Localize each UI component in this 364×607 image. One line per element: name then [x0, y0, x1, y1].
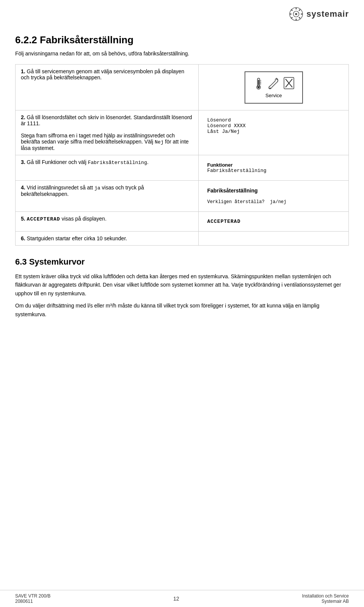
- funktioner-line1: Funktioner: [207, 162, 340, 168]
- table-row: 2. Gå till lösenordsfältet och skriv in …: [16, 110, 349, 155]
- step2-text: Gå till lösenordsfältet och skriv in lös…: [21, 114, 192, 126]
- table-row: 5. ACCEPTERAD visas på displayen. ACCEPT…: [16, 212, 349, 232]
- service-icons-row: [253, 77, 295, 90]
- step5-text: ACCEPTERAD visas på displayen.: [27, 216, 107, 222]
- svg-rect-12: [258, 80, 259, 85]
- footer-page-number: 12: [173, 593, 179, 604]
- step6-right: [199, 232, 349, 246]
- losenord-line1: Lösenord: [207, 117, 340, 123]
- footer-product: SAVE VTR 200/B: [15, 593, 50, 599]
- svg-rect-3: [296, 19, 297, 20]
- losenord-line3: Låst Ja/Nej: [207, 129, 340, 134]
- svg-rect-9: [299, 17, 301, 19]
- step3-left: 3. Gå till Funktioner och välj Fabriksåt…: [16, 155, 199, 181]
- funktioner-display: Funktioner Fabriksåterställning: [204, 159, 343, 177]
- service-icon-box: Service: [245, 71, 303, 104]
- footer-code: 2080611: [15, 599, 50, 604]
- fabrik-title: Fabriksåterställning: [207, 188, 340, 194]
- step5-left: 5. ACCEPTERAD visas på displayen.: [16, 212, 199, 232]
- svg-line-19: [276, 79, 277, 80]
- svg-point-18: [270, 87, 271, 88]
- svg-point-1: [295, 13, 297, 15]
- step3-right: Funktioner Fabriksåterställning: [199, 155, 349, 181]
- step5-number: 5.: [21, 216, 25, 222]
- accepterad-display: ACCEPTERAD: [204, 216, 343, 227]
- fabrik-mono: Verkligen återställa? ja/nej: [207, 199, 340, 205]
- table-row: 3. Gå till Funktioner och välj Fabriksåt…: [16, 155, 349, 181]
- step6-left: 6. Startguiden startar efter cirka 10 se…: [16, 232, 199, 246]
- thermometer-icon: [253, 77, 264, 90]
- step2-number: 2.: [21, 114, 25, 120]
- page-title: 6.2.2 Fabriksåterställning: [15, 34, 349, 46]
- step5-right: ACCEPTERAD: [199, 212, 349, 232]
- step6-number: 6.: [21, 235, 25, 241]
- accepterad-text: ACCEPTERAD: [207, 219, 340, 224]
- table-row: 4. Vrid inställningsvredet så att ja vis…: [16, 181, 349, 212]
- step1-left: 1. Gå till servicemenyn genom att välja …: [16, 65, 199, 110]
- table-row: 1. Gå till servicemenyn genom att välja …: [16, 65, 349, 110]
- step3-number: 3.: [21, 159, 25, 165]
- service-label: Service: [253, 93, 295, 98]
- svg-rect-5: [301, 14, 303, 15]
- step2-right: Lösenord Lösenord XXXX Låst Ja/Nej: [199, 110, 349, 155]
- footer: SAVE VTR 200/B 2080611 12 Installation o…: [0, 590, 364, 607]
- svg-point-14: [257, 86, 260, 88]
- section2-title: 6.3 Systemkurvor: [15, 257, 349, 267]
- systemair-logo-icon: [289, 7, 303, 21]
- svg-rect-4: [290, 14, 292, 15]
- logo-text: systemair: [306, 9, 349, 19]
- section2-paragraph2: Om du väljer driftsättning med l/s eller…: [15, 301, 349, 318]
- footer-left: SAVE VTR 200/B 2080611: [15, 593, 50, 604]
- svg-rect-2: [296, 8, 297, 9]
- instructions-table: 1. Gå till servicemenyn genom att välja …: [15, 64, 349, 246]
- step4-text: Vrid inställningsvredet så att ja visas …: [21, 184, 144, 197]
- scissors-icon: [283, 77, 295, 90]
- step1-text: Gå till servicemenyn genom att välja ser…: [21, 68, 184, 80]
- step4-left: 4. Vrid inställningsvredet så att ja vis…: [16, 181, 199, 212]
- footer-right: Installation och Service Systemair AB: [302, 593, 349, 604]
- step1-right: Service: [199, 65, 349, 110]
- fabrik-display: Fabriksåterställning Verkligen återställ…: [204, 184, 343, 208]
- step3-text: Gå till Funktioner och välj Fabriksåters…: [27, 159, 149, 165]
- funktioner-line2: Fabriksåterställning: [207, 168, 340, 173]
- footer-company: Systemair AB: [302, 599, 349, 604]
- losenord-display: Lösenord Lösenord XXXX Låst Ja/Nej: [204, 114, 343, 137]
- losenord-line2: Lösenord XXXX: [207, 123, 340, 129]
- logo-area: systemair: [289, 7, 349, 21]
- service-icon-container: Service: [204, 68, 343, 106]
- step2-text2: Stega fram siffrorna en i taget med hjäl…: [21, 132, 189, 151]
- wrench-icon: [268, 77, 279, 90]
- step4-right: Fabriksåterställning Verkligen återställ…: [199, 181, 349, 212]
- svg-rect-6: [291, 9, 293, 11]
- step4-number: 4.: [21, 184, 25, 191]
- subtitle-text: Följ anvisningarna nedan för att, om så …: [15, 50, 349, 57]
- table-row: 6. Startguiden startar efter cirka 10 se…: [16, 232, 349, 246]
- step6-text: Startguiden startar efter cirka 10 sekun…: [27, 235, 127, 241]
- step1-number: 1.: [21, 68, 25, 74]
- section2-paragraph1: Ett system kräver olika tryck vid olika …: [15, 272, 349, 298]
- step2-left: 2. Gå till lösenordsfältet och skriv in …: [16, 110, 199, 155]
- footer-section: Installation och Service: [302, 593, 349, 599]
